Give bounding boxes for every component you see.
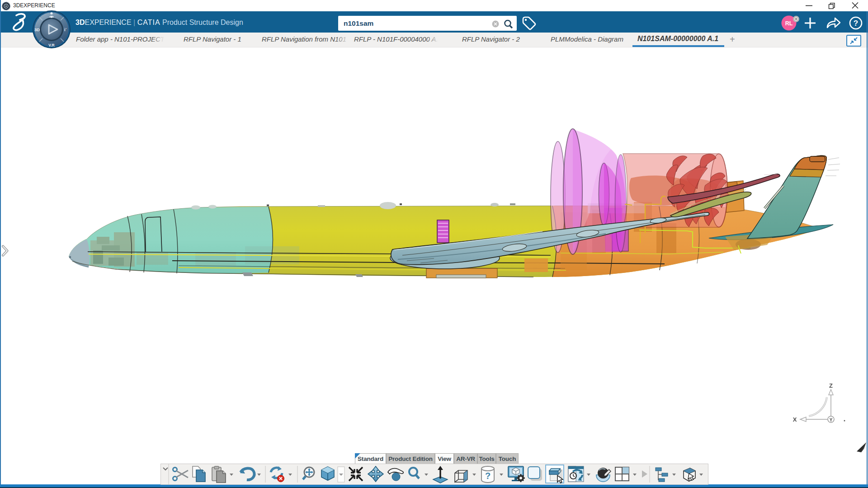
svg-text:i´: i´ <box>64 27 67 32</box>
svg-text:Z: Z <box>829 382 833 389</box>
svg-text:V.R: V.R <box>48 43 54 47</box>
svg-text:RL: RL <box>785 20 793 27</box>
svg-text:?: ? <box>485 471 491 481</box>
svg-text:X: X <box>793 416 797 423</box>
svg-text:3D: 3D <box>34 27 40 32</box>
svg-text:Y: Y <box>830 418 833 422</box>
svg-text:?: ? <box>854 19 858 28</box>
